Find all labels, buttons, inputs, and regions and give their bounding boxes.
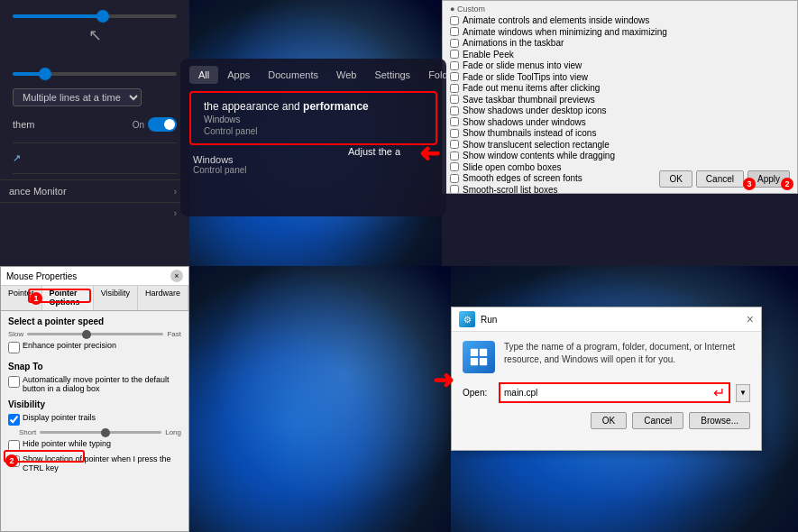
tab-web[interactable]: Web: [327, 66, 365, 84]
badge-2: 2: [781, 178, 793, 190]
tab-hardware[interactable]: Hardware: [138, 286, 188, 310]
checkbox-row-12: Show window contents while dragging: [450, 151, 790, 161]
long-label: Long: [165, 428, 181, 436]
checkbox-6[interactable]: [450, 84, 459, 93]
tab-all[interactable]: All: [189, 66, 218, 84]
checkbox-label-1: Animate windows when minimizing and maxi…: [463, 27, 667, 37]
search-tabs: All Apps Documents Web Settings Fold...: [180, 59, 446, 87]
tab-pointer-options[interactable]: Pointer Options: [42, 286, 94, 310]
second-slider-track[interactable]: [13, 72, 177, 76]
toggle-state-label: On: [133, 120, 144, 130]
svg-rect-0: [471, 349, 478, 356]
search-result-2[interactable]: Windows Control panel: [180, 149, 446, 180]
checkbox-0[interactable]: [450, 16, 459, 25]
trails-slider-thumb[interactable]: [101, 428, 110, 437]
checkbox-label-9: Show shadows under windows: [463, 117, 586, 127]
custom-label: ● Custom: [450, 5, 790, 14]
checkbox-label-6: Fade out menu items after clicking: [463, 83, 600, 93]
trails-slider[interactable]: [40, 431, 161, 434]
link-row[interactable]: ↗: [0, 149, 189, 168]
external-link-icon: ↗: [13, 152, 21, 164]
svg-rect-3: [480, 358, 487, 365]
second-slider-thumb[interactable]: [39, 68, 51, 80]
search-result-1[interactable]: the appearance and performance Windows C…: [189, 91, 437, 145]
checkbox-7[interactable]: [450, 95, 459, 104]
tab-apps[interactable]: Apps: [218, 66, 259, 84]
hide-pointer-row: Hide pointer while typing: [8, 439, 181, 452]
nav-row-2[interactable]: ›: [0, 202, 189, 224]
checkbox-label-15: Smooth-scroll list boxes: [463, 185, 558, 195]
trails-checkbox[interactable]: [8, 414, 20, 426]
ok-button[interactable]: OK: [659, 170, 692, 188]
tab-documents[interactable]: Documents: [259, 66, 327, 84]
checkbox-8[interactable]: [450, 106, 459, 115]
checkbox-14[interactable]: [450, 174, 459, 183]
chevron-icon-1: ›: [174, 187, 177, 197]
wallpaper-bottom-left: [189, 266, 451, 532]
checkbox-row-1: Animate windows when minimizing and maxi…: [450, 27, 790, 37]
run-titlebar: ⚙ Run ×: [452, 307, 761, 332]
precision-checkbox-row: Enhance pointer precision: [8, 341, 181, 353]
checkbox-15[interactable]: [450, 185, 459, 194]
checkbox-9[interactable]: [450, 117, 459, 126]
divider1: [13, 142, 177, 143]
hide-pointer-label: Hide pointer while typing: [23, 439, 111, 448]
chevron-icon-2: ›: [174, 208, 177, 218]
checkbox-10[interactable]: [450, 129, 459, 138]
checkbox-list: ● Custom Animate controls and elements i…: [443, 1, 797, 194]
checkbox-2[interactable]: [450, 39, 459, 48]
checkbox-row-2: Animations in the taskbar: [450, 38, 790, 48]
scroll-speed-section: ↖: [0, 0, 189, 58]
dialog-title: Mouse Properties: [6, 271, 77, 281]
checkbox-13[interactable]: [450, 162, 459, 171]
snap-checkbox[interactable]: [8, 376, 20, 388]
tab-visibility[interactable]: Visibility: [94, 286, 138, 310]
checkbox-4[interactable]: [450, 61, 459, 70]
run-browse-button[interactable]: Browse...: [689, 412, 750, 429]
checkbox-label-3: Enable Peek: [463, 50, 514, 60]
precision-label: Enhance pointer precision: [23, 341, 116, 350]
scroll-slider-thumb[interactable]: [96, 10, 109, 23]
scroll-slider-track[interactable]: [13, 14, 177, 18]
checkbox-label-10: Show thumbnails instead of icons: [463, 128, 596, 138]
hide-pointer-checkbox[interactable]: [8, 440, 20, 452]
dialog-close-button[interactable]: ×: [170, 270, 183, 282]
mouse-settings-panel: ↖ Multiple lines at a time them On ↗ anc…: [0, 0, 189, 266]
checkbox-1[interactable]: [450, 27, 459, 36]
checkbox-3[interactable]: [450, 50, 459, 59]
badge-1: 1: [30, 292, 42, 305]
run-description: Type the name of a program, folder, docu…: [504, 341, 750, 373]
svg-rect-1: [480, 349, 487, 356]
scroll-lines-dropdown[interactable]: Multiple lines at a time: [13, 88, 142, 106]
checkbox-label-12: Show window contents while dragging: [463, 151, 615, 161]
nav-row-1[interactable]: ance Monitor ›: [0, 179, 189, 202]
run-cancel-button[interactable]: Cancel: [632, 412, 683, 429]
speed-section-title: Select a pointer speed: [8, 316, 181, 326]
precision-checkbox[interactable]: [8, 342, 20, 353]
checkbox-5[interactable]: [450, 72, 459, 81]
cancel-button[interactable]: Cancel: [696, 170, 744, 188]
run-input-wrap: ↵: [499, 382, 730, 403]
speed-slider[interactable]: [27, 333, 163, 335]
run-input-field[interactable]: [504, 388, 711, 398]
cursor-icon: ↖: [13, 25, 177, 45]
checkbox-row-8: Show shadows under desktop icons: [450, 105, 790, 115]
checkbox-label-11: Show translucent selection rectangle: [463, 140, 610, 150]
run-windows-icon: [469, 347, 489, 367]
run-dropdown-arrow[interactable]: ▼: [736, 384, 750, 402]
run-close-button[interactable]: ×: [747, 312, 754, 326]
checkbox-row-5: Fade or slide ToolTips into view: [450, 72, 790, 82]
speed-slider-thumb[interactable]: [82, 330, 91, 339]
snap-label: Automatically move pointer to the defaul…: [23, 375, 181, 393]
slow-label: Slow: [8, 330, 23, 338]
short-label: Short: [19, 428, 36, 436]
dialog-body: Select a pointer speed Slow Fast Enhance…: [1, 311, 188, 481]
tab-settings[interactable]: Settings: [365, 66, 419, 84]
second-slider-section: [0, 58, 189, 83]
run-ok-button[interactable]: OK: [591, 412, 627, 429]
checkbox-11[interactable]: [450, 140, 459, 149]
checkbox-row-3: Enable Peek: [450, 50, 790, 60]
tab-folders[interactable]: Fold...: [419, 66, 446, 84]
toggle-switch[interactable]: [148, 117, 177, 132]
checkbox-12[interactable]: [450, 151, 459, 161]
